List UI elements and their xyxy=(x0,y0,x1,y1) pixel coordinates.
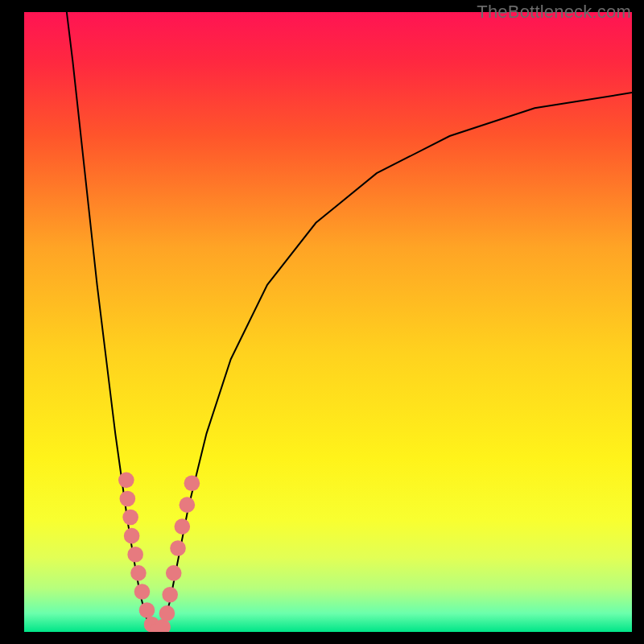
data-marker xyxy=(162,587,178,603)
data-marker xyxy=(120,491,136,507)
data-marker xyxy=(174,518,190,535)
data-marker xyxy=(134,584,151,600)
watermark-text: TheBottleneck.com xyxy=(477,2,631,23)
series-right-branch xyxy=(158,93,632,632)
curve-layer xyxy=(24,12,632,632)
data-marker xyxy=(170,540,186,556)
data-marker xyxy=(180,497,196,513)
plot-area xyxy=(24,12,632,632)
data-marker xyxy=(184,475,200,491)
data-marker xyxy=(166,565,182,581)
data-marker xyxy=(139,602,155,618)
data-marker xyxy=(122,510,138,526)
data-marker xyxy=(159,605,175,621)
data-marker xyxy=(130,565,147,581)
chart-frame: TheBottleneck.com xyxy=(0,0,644,644)
data-marker xyxy=(127,547,143,563)
data-marker xyxy=(118,473,134,489)
data-marker xyxy=(124,528,140,544)
series-left-branch xyxy=(67,12,158,632)
